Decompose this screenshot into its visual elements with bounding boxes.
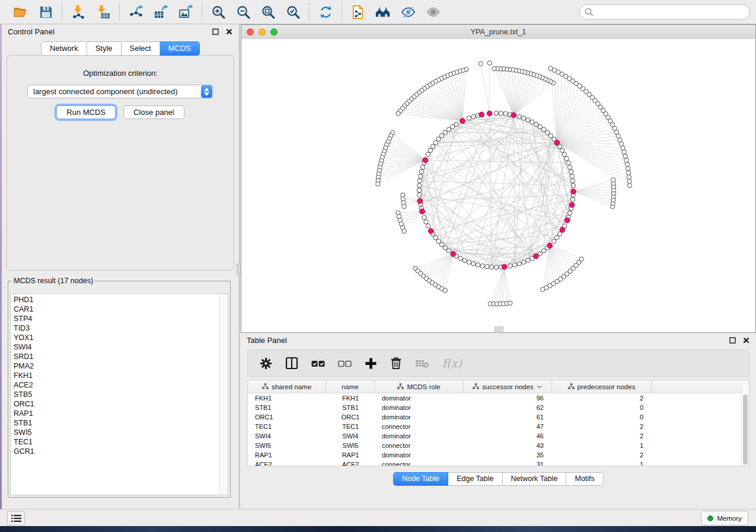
graph-node[interactable] xyxy=(564,156,569,161)
tab-network[interactable]: Network xyxy=(41,41,87,56)
table-cell[interactable]: TEC1 xyxy=(326,422,375,431)
graph-node[interactable] xyxy=(570,179,575,183)
graph-node[interactable] xyxy=(552,239,556,243)
graph-node[interactable] xyxy=(426,224,430,228)
table-cell[interactable]: ACE2 xyxy=(248,460,326,466)
graph-node[interactable] xyxy=(627,175,631,179)
mcds-graph-node[interactable] xyxy=(460,118,465,124)
close-panel-button[interactable]: Close panel xyxy=(123,105,184,119)
graph-node[interactable] xyxy=(562,152,566,156)
graph-node[interactable] xyxy=(623,154,627,158)
float-panel-icon[interactable] xyxy=(212,28,219,36)
save-session-icon[interactable] xyxy=(38,4,53,20)
table-cell[interactable]: TEC1 xyxy=(248,422,326,431)
add-icon[interactable] xyxy=(365,357,377,370)
graph-node[interactable] xyxy=(526,118,530,122)
export-network-icon[interactable] xyxy=(128,4,143,20)
table-cell[interactable]: dominator xyxy=(375,393,464,403)
result-node[interactable]: FKH1 xyxy=(14,371,220,380)
show-columns-icon[interactable] xyxy=(285,357,298,370)
mcds-graph-node[interactable] xyxy=(564,217,570,223)
graph-node[interactable] xyxy=(402,229,406,233)
table-cell[interactable]: FKH1 xyxy=(248,393,326,403)
delete-table-icon[interactable] xyxy=(415,358,429,368)
graph-node[interactable] xyxy=(443,289,447,293)
graph-node[interactable] xyxy=(494,265,498,269)
graph-node[interactable] xyxy=(479,62,483,66)
tab-network-table[interactable]: Network Table xyxy=(503,472,567,486)
graph-node[interactable] xyxy=(436,137,441,141)
table-cell[interactable]: ORC1 xyxy=(326,412,375,422)
import-network-icon[interactable] xyxy=(71,4,86,20)
mcds-graph-node[interactable] xyxy=(423,158,428,163)
graph-node[interactable] xyxy=(433,140,438,145)
table-cell[interactable]: 2 xyxy=(552,393,652,403)
graph-node[interactable] xyxy=(538,124,542,129)
graph-node[interactable] xyxy=(508,301,512,305)
refresh-icon[interactable] xyxy=(318,4,333,20)
table-cell[interactable]: FKH1 xyxy=(326,393,375,403)
table-cell[interactable]: 47 xyxy=(464,422,552,431)
result-scrollbar[interactable] xyxy=(219,294,228,495)
search-input[interactable] xyxy=(597,7,745,17)
tab-style[interactable]: Style xyxy=(87,41,122,56)
result-node[interactable]: YOX1 xyxy=(14,333,220,342)
graph-node[interactable] xyxy=(422,215,426,219)
graph-node[interactable] xyxy=(443,246,447,250)
result-node[interactable]: TEC1 xyxy=(14,437,220,447)
graph-node[interactable] xyxy=(454,122,458,126)
mcds-graph-node[interactable] xyxy=(547,243,553,248)
result-node[interactable]: STB1 xyxy=(14,418,220,428)
table-cell[interactable]: 31 xyxy=(464,460,552,466)
table-cell[interactable]: STB1 xyxy=(248,403,326,412)
graph-node[interactable] xyxy=(462,258,467,262)
graph-node[interactable] xyxy=(417,179,422,183)
graph-node[interactable] xyxy=(417,193,422,197)
tab-mcds[interactable]: MCDS xyxy=(160,41,200,56)
table-cell[interactable]: 2 xyxy=(552,450,652,460)
window-zoom-icon[interactable] xyxy=(270,28,277,36)
graph-node[interactable] xyxy=(485,264,489,268)
search-box[interactable] xyxy=(579,4,750,20)
table-scrollbar-thumb[interactable] xyxy=(743,395,748,464)
select-all-icon[interactable] xyxy=(311,358,325,368)
result-node[interactable]: SWI5 xyxy=(14,428,220,437)
result-node[interactable]: GCR1 xyxy=(14,447,220,456)
graph-node[interactable] xyxy=(471,114,476,118)
table-cell[interactable]: RAP1 xyxy=(248,450,326,460)
network-canvas[interactable] xyxy=(241,39,755,332)
table-cell[interactable]: STB1 xyxy=(326,403,375,412)
graph-node[interactable] xyxy=(487,61,492,65)
table-row[interactable]: SWI5SWI5connector431 xyxy=(248,441,749,450)
mcds-graph-node[interactable] xyxy=(502,264,507,270)
table-cell[interactable]: SWI4 xyxy=(326,431,375,441)
open-session-icon[interactable] xyxy=(13,4,28,20)
graph-node[interactable] xyxy=(420,165,425,169)
mcds-graph-node[interactable] xyxy=(420,209,425,214)
graph-node[interactable] xyxy=(626,166,630,171)
table-scrollbar[interactable] xyxy=(741,380,749,466)
graph-node[interactable] xyxy=(546,130,550,134)
table-cell[interactable]: 0 xyxy=(552,403,652,412)
graph-node[interactable] xyxy=(541,127,546,132)
close-table-panel-icon[interactable] xyxy=(742,336,750,344)
table-row[interactable]: ORC1ORC1dominator610 xyxy=(248,412,749,422)
mcds-graph-node[interactable] xyxy=(569,202,575,207)
table-cell[interactable]: 35 xyxy=(464,450,552,460)
graph-node[interactable] xyxy=(428,148,432,152)
table-row[interactable]: RAP1RAP1dominator352 xyxy=(248,450,749,460)
table-row[interactable]: ACE2ACE2connector311 xyxy=(248,460,749,466)
graph-node[interactable] xyxy=(517,114,521,118)
graph-node[interactable] xyxy=(376,182,380,186)
float-table-panel-icon[interactable] xyxy=(729,336,736,344)
graph-node[interactable] xyxy=(446,249,451,253)
mcds-graph-node[interactable] xyxy=(571,189,576,194)
table-cell[interactable]: connector xyxy=(375,441,464,450)
table-cell[interactable]: SWI4 xyxy=(248,431,326,441)
zoom-in-icon[interactable] xyxy=(210,4,226,20)
result-node[interactable]: ORC1 xyxy=(14,399,220,409)
mcds-graph-node[interactable] xyxy=(451,251,456,257)
export-image-icon[interactable] xyxy=(178,4,193,20)
graph-node[interactable] xyxy=(419,169,423,174)
table-cell[interactable]: dominator xyxy=(375,403,464,412)
